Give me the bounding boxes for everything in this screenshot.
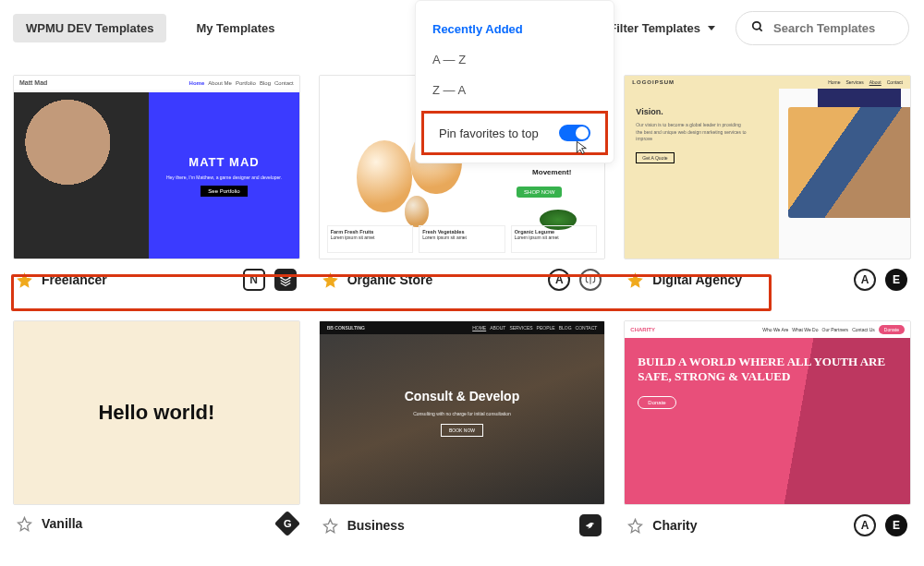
builder-badge-gutenberg-icon: G xyxy=(274,511,300,536)
template-thumbnail: Hello world! xyxy=(13,320,300,505)
pin-favorites-row: Pin favorites to top xyxy=(421,111,608,155)
tab-my-templates[interactable]: My Templates xyxy=(183,14,287,42)
builder-badge-layers-icon xyxy=(274,269,297,291)
favorite-star-icon[interactable] xyxy=(322,272,338,288)
builder-badge-astra-icon: A xyxy=(548,269,570,291)
template-title: Freelancer xyxy=(42,272,107,287)
template-card-freelancer[interactable]: Matt Mad Home About Me Portfolio Blog Co… xyxy=(13,75,300,300)
template-thumbnail: BB CONSULTING HOME ABOUT SERVICES PEOPLE… xyxy=(319,320,606,505)
template-card-vanilla[interactable]: Hello world! Vanilla G xyxy=(13,320,300,546)
template-card-digital-agency[interactable]: LOGOIPSUM Home Services About Contact Vi… xyxy=(624,75,911,300)
filter-templates-dropdown[interactable]: Filter Templates xyxy=(605,14,719,42)
card-footer: Charity A E xyxy=(624,505,911,546)
template-card-charity[interactable]: CHARITY Who We Are What We Do Our Partne… xyxy=(624,320,911,546)
search-input[interactable] xyxy=(773,21,894,35)
sort-a-z[interactable]: A — Z xyxy=(416,44,614,75)
tab-wpmudev-templates[interactable]: WPMU DEV Templates xyxy=(13,14,166,42)
template-title: Digital Agency xyxy=(652,272,742,287)
template-thumbnail: LOGOIPSUM Home Services About Contact Vi… xyxy=(624,75,911,259)
sort-dropdown: Recently Added A — Z Z — A Pin favorites… xyxy=(415,0,614,163)
thumb-brand: Matt Mad xyxy=(19,79,47,86)
favorite-star-icon[interactable] xyxy=(17,516,32,532)
sort-z-a[interactable]: Z — A xyxy=(416,75,614,105)
template-title: Organic Store xyxy=(347,272,433,287)
favorite-star-icon[interactable] xyxy=(322,518,338,534)
builder-badge-astra-icon: A xyxy=(854,514,876,536)
template-thumbnail: Matt Mad Home About Me Portfolio Blog Co… xyxy=(13,75,300,259)
filter-label: Filter Templates xyxy=(609,21,700,35)
sort-recently-added[interactable]: Recently Added xyxy=(416,14,614,44)
search-icon xyxy=(751,20,764,36)
template-title: Vanilla xyxy=(42,516,82,531)
pin-favorites-toggle[interactable] xyxy=(559,125,590,141)
card-footer: Organic Store A xyxy=(319,259,606,300)
card-footer: Vanilla G xyxy=(13,505,300,542)
template-card-business[interactable]: BB CONSULTING HOME ABOUT SERVICES PEOPLE… xyxy=(319,320,606,546)
builder-badge-elementor-icon: E xyxy=(885,514,907,536)
builder-badge-elementor-icon: E xyxy=(885,269,907,291)
pin-favorites-label: Pin favorites to top xyxy=(439,126,539,140)
favorite-star-icon[interactable] xyxy=(627,518,643,534)
template-title: Charity xyxy=(652,518,697,533)
favorite-star-icon[interactable] xyxy=(627,272,643,288)
builder-badge-n-icon: N xyxy=(243,269,265,291)
template-title: Business xyxy=(347,518,405,533)
favorite-star-icon[interactable] xyxy=(17,272,32,288)
builder-badge-astra-icon: A xyxy=(854,269,876,291)
chevron-down-icon xyxy=(708,26,715,30)
svg-point-0 xyxy=(753,22,760,30)
search-templates[interactable] xyxy=(736,11,909,45)
card-footer: Digital Agency A E xyxy=(624,259,911,300)
card-footer: Business xyxy=(319,505,606,546)
builder-badge-brain-icon xyxy=(579,269,602,291)
builder-badge-bird-icon xyxy=(579,514,602,536)
svg-line-1 xyxy=(760,29,762,31)
card-footer: Freelancer N xyxy=(13,259,300,300)
cursor-icon xyxy=(574,139,589,160)
template-thumbnail: CHARITY Who We Are What We Do Our Partne… xyxy=(624,320,911,505)
